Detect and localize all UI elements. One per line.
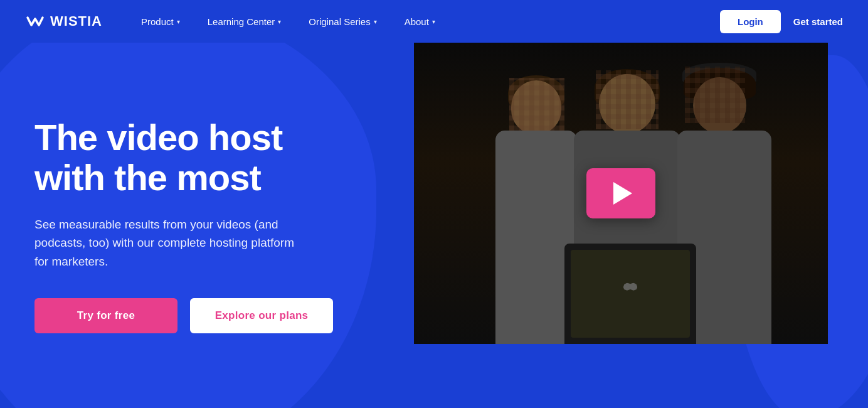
play-button[interactable] (586, 168, 655, 218)
chevron-down-icon: ▾ (278, 18, 281, 25)
hero-video-area (414, 43, 868, 408)
video-thumbnail[interactable] (414, 43, 828, 344)
try-free-button[interactable]: Try for free (34, 298, 177, 333)
chevron-down-icon: ▾ (374, 18, 377, 25)
hero-section: The video host with the most See measura… (0, 43, 868, 408)
navigation: WISTIA Product ▾ Learning Center ▾ Origi… (0, 0, 868, 43)
get-started-button[interactable]: Get started (793, 16, 843, 27)
hero-title: The video host with the most (34, 117, 379, 198)
face-blur-3 (685, 67, 745, 123)
explore-plans-button[interactable]: Explore our plans (190, 298, 333, 333)
play-button-overlay[interactable] (586, 168, 655, 218)
login-button[interactable]: Login (720, 10, 781, 33)
hero-cta-group: Try for free Explore our plans (34, 298, 379, 333)
face-blur-2 (596, 70, 659, 129)
nav-about[interactable]: About ▾ (391, 0, 449, 43)
nav-original-series[interactable]: Original Series ▾ (295, 0, 390, 43)
face-blur-1 (509, 78, 564, 131)
logo[interactable]: WISTIA (25, 11, 102, 31)
nav-learning-center[interactable]: Learning Center ▾ (194, 0, 295, 43)
play-icon (613, 182, 632, 205)
nav-links: Product ▾ Learning Center ▾ Original Ser… (127, 0, 720, 43)
apple-logo (620, 283, 642, 305)
laptop-screen (571, 250, 690, 338)
wistia-logo-icon (25, 11, 45, 31)
logo-text: WISTIA (50, 13, 102, 30)
nav-product[interactable]: Product ▾ (127, 0, 194, 43)
nav-actions: Login Get started (720, 10, 843, 33)
chevron-down-icon: ▾ (432, 18, 435, 25)
chevron-down-icon: ▾ (177, 18, 180, 25)
laptop (564, 244, 696, 344)
hero-subtitle: See measurable results from your videos … (34, 215, 304, 271)
hero-content: The video host with the most See measura… (0, 43, 414, 408)
